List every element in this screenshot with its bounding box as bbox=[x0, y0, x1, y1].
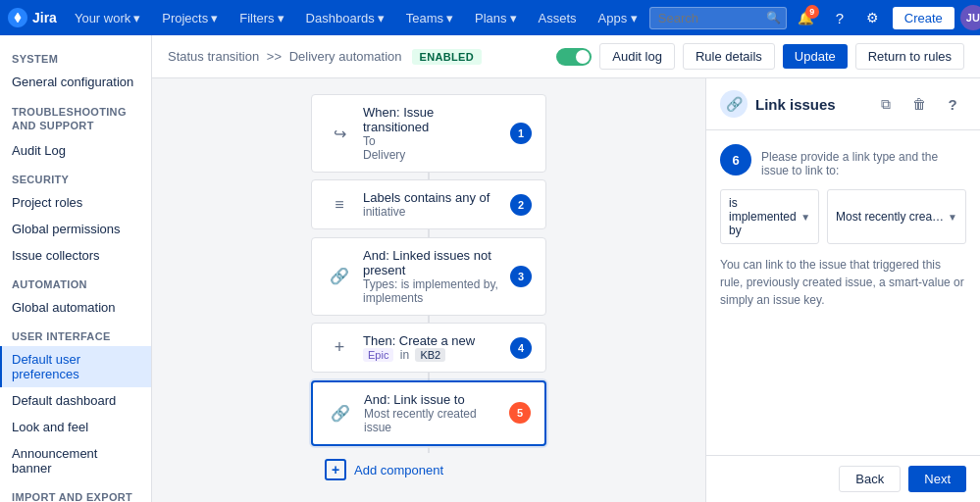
connector-2 bbox=[428, 229, 430, 236]
top-navigation: Jira Your work ▾ Projects ▾ Filters ▾ Da… bbox=[0, 0, 980, 35]
flow-area: ↪ When: Issue transitioned ToDelivery 1 … bbox=[152, 78, 705, 502]
panel-select1[interactable]: is implemented by ▼ bbox=[720, 189, 819, 244]
rule-details-button[interactable]: Rule details bbox=[683, 43, 775, 70]
search-container[interactable]: 🔍 bbox=[649, 7, 787, 29]
step-3-sub: Types: is implemented by, implements bbox=[363, 277, 500, 305]
step-2-badge: 2 bbox=[510, 194, 532, 216]
enabled-badge: ENABLED bbox=[412, 49, 482, 65]
panel-header: 🔗 Link issues ⧉ 🗑 ? bbox=[706, 78, 980, 130]
step-3-content: And: Linked issues not present Types: is… bbox=[363, 248, 500, 305]
select2-chevron-icon: ▼ bbox=[948, 212, 957, 223]
select1-chevron-icon: ▼ bbox=[800, 212, 810, 223]
step-5-content: And: Link issue to Most recently created… bbox=[364, 392, 499, 434]
sidebar-item-global-automation[interactable]: Global automation bbox=[0, 294, 151, 321]
toolbar: Status transition >> Delivery automation… bbox=[152, 35, 980, 78]
nav-item-apps[interactable]: Apps ▾ bbox=[589, 7, 647, 29]
sidebar-item-default-dashboard[interactable]: Default dashboard bbox=[0, 387, 151, 414]
step-2-sub: initiative bbox=[363, 205, 500, 219]
step-5-badge: 5 bbox=[509, 402, 531, 424]
step-2-title: Labels contains any of bbox=[363, 190, 500, 205]
panel-user-avatar: 6 bbox=[720, 144, 751, 176]
nav-item-filters[interactable]: Filters ▾ bbox=[230, 7, 293, 29]
panel-link-icon: 🔗 bbox=[720, 90, 748, 118]
step-1-title: When: Issue transitioned bbox=[363, 105, 500, 134]
nav-item-your-work[interactable]: Your work ▾ bbox=[65, 7, 150, 29]
flow-step-1[interactable]: ↪ When: Issue transitioned ToDelivery 1 bbox=[311, 94, 546, 173]
main-layout: System General configuration Troubleshoo… bbox=[0, 35, 980, 502]
sidebar-item-project-roles[interactable]: Project roles bbox=[0, 189, 151, 216]
add-component-label: Add component bbox=[354, 463, 443, 477]
panel-select2[interactable]: Most recently crea… ▼ bbox=[827, 189, 966, 244]
jira-logo-icon bbox=[8, 8, 27, 27]
sidebar-item-announcement-banner[interactable]: Announcement banner bbox=[0, 440, 151, 481]
panel-select1-value: is implemented by bbox=[729, 196, 797, 237]
flow-step-5[interactable]: 🔗 And: Link issue to Most recently creat… bbox=[311, 380, 546, 446]
connector-4 bbox=[428, 373, 430, 379]
sidebar-item-global-permissions[interactable]: Global permissions bbox=[0, 216, 151, 242]
nav-item-projects[interactable]: Projects ▾ bbox=[152, 7, 228, 29]
breadcrumb: Status transition >> Delivery automation bbox=[168, 49, 402, 64]
sidebar-group-label-automation: Automation bbox=[0, 269, 151, 294]
nav-item-plans[interactable]: Plans ▾ bbox=[465, 7, 527, 29]
panel-help-button[interactable]: ? bbox=[939, 90, 966, 118]
step-4-title: Then: Create a new bbox=[363, 333, 500, 348]
flow-step-3[interactable]: 🔗 And: Linked issues not present Types: … bbox=[311, 237, 546, 316]
flow-step-2[interactable]: ≡ Labels contains any of initiative 2 bbox=[311, 179, 546, 229]
step-3-icon: 🔗 bbox=[326, 263, 353, 290]
add-component-icon-wrapper: + bbox=[325, 459, 346, 480]
step-4-content: Then: Create a new Epic in KB2 bbox=[363, 333, 500, 362]
sidebar-item-default-user-prefs[interactable]: Default user preferences bbox=[0, 346, 151, 387]
nav-item-teams[interactable]: Teams ▾ bbox=[396, 7, 463, 29]
connector-3 bbox=[428, 316, 430, 323]
step-3-title: And: Linked issues not present bbox=[363, 248, 500, 277]
panel-back-button[interactable]: Back bbox=[839, 466, 901, 492]
step-5-title: And: Link issue to bbox=[364, 392, 499, 407]
panel-selects-row: is implemented by ▼ Most recently crea… … bbox=[720, 189, 966, 244]
create-button[interactable]: Create bbox=[893, 7, 954, 29]
sidebar-item-general-config[interactable]: General configuration bbox=[0, 69, 151, 95]
sidebar-group-system: System General configuration bbox=[0, 43, 151, 95]
sidebar-group-label-import-export: Import and Export bbox=[0, 481, 151, 502]
search-icon: 🔍 bbox=[766, 11, 781, 25]
panel-next-button[interactable]: Next bbox=[908, 466, 966, 492]
connector-1 bbox=[428, 173, 430, 179]
panel-select2-value: Most recently crea… bbox=[836, 210, 944, 224]
toggle-switch[interactable] bbox=[556, 48, 592, 66]
sidebar-item-issue-collectors[interactable]: Issue collectors bbox=[0, 242, 151, 269]
sidebar-group-label-user-interface: User Interface bbox=[0, 321, 151, 346]
update-button[interactable]: Update bbox=[783, 44, 848, 69]
audit-log-button[interactable]: Audit log bbox=[599, 43, 675, 70]
avatar[interactable]: JU bbox=[960, 5, 980, 30]
flow-and-panel: ↪ When: Issue transitioned ToDelivery 1 … bbox=[152, 78, 980, 502]
step-4-badge: 4 bbox=[510, 337, 532, 359]
sidebar-group-user-interface: User Interface Default user preferences … bbox=[0, 321, 151, 481]
panel-description-label: Please provide a link type and the issue… bbox=[761, 144, 966, 177]
panel-user-row: 6 Please provide a link type and the iss… bbox=[720, 144, 966, 177]
nav-item-assets[interactable]: Assets bbox=[529, 7, 587, 29]
sidebar-item-look-feel[interactable]: Look and feel bbox=[0, 414, 151, 440]
settings-button[interactable]: ⚙ bbox=[859, 4, 887, 31]
logo-text: Jira bbox=[32, 10, 57, 25]
step-2-content: Labels contains any of initiative bbox=[363, 190, 500, 219]
sidebar-group-label-system: System bbox=[0, 43, 151, 69]
notifications-button[interactable]: 🔔 9 bbox=[793, 4, 820, 31]
add-component-button[interactable]: + Add component bbox=[311, 453, 546, 486]
toggle-wrapper[interactable] bbox=[556, 48, 592, 66]
return-rules-button[interactable]: Return to rules bbox=[855, 43, 964, 70]
step-5-sub: Most recently created issue bbox=[364, 407, 499, 434]
panel-delete-button[interactable]: 🗑 bbox=[905, 90, 933, 118]
step-5-icon: 🔗 bbox=[327, 399, 354, 427]
flow-step-4[interactable]: + Then: Create a new Epic in KB2 4 bbox=[311, 323, 546, 373]
step-4-icon: + bbox=[326, 334, 353, 362]
nav-item-dashboards[interactable]: Dashboards ▾ bbox=[296, 7, 394, 29]
help-button[interactable]: ? bbox=[826, 4, 853, 31]
sidebar-group-troubleshooting: Troubleshooting and Support Audit Log bbox=[0, 95, 151, 164]
content-area: Status transition >> Delivery automation… bbox=[152, 35, 980, 502]
nav-right: 🔍 🔔 9 ? ⚙ Create JU bbox=[649, 4, 980, 31]
sidebar-group-issue: Issue collectors bbox=[0, 242, 151, 269]
sidebar-item-audit-log[interactable]: Audit Log bbox=[0, 137, 151, 164]
nav-logo[interactable]: Jira bbox=[8, 8, 57, 27]
toggle-knob bbox=[576, 50, 590, 64]
panel-header-icons: ⧉ 🗑 ? bbox=[872, 90, 966, 118]
panel-copy-button[interactable]: ⧉ bbox=[872, 90, 900, 118]
